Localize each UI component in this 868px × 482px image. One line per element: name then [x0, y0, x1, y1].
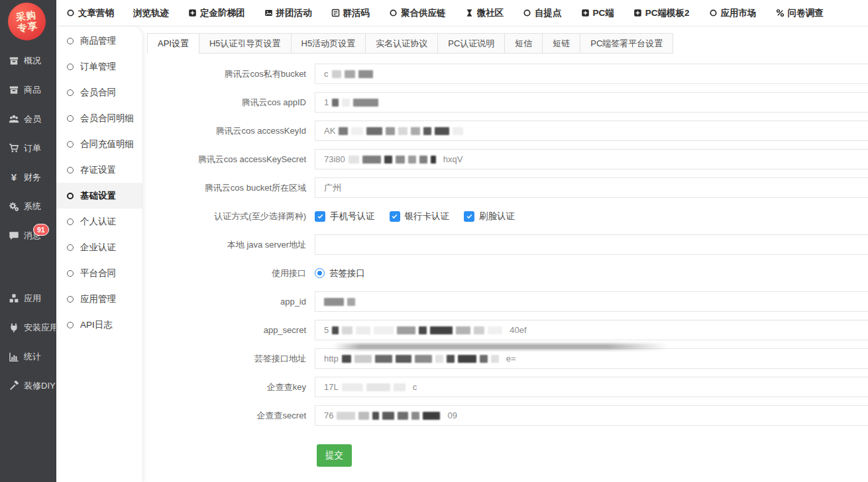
tab-H5认证引导页设置[interactable]: H5认证引导页设置 [199, 33, 292, 54]
topnav-item-群活码[interactable]: 群活码 [331, 7, 370, 19]
topnav-item-问卷调查[interactable]: 问卷调查 [776, 7, 824, 19]
topnav-item-自提点[interactable]: 自提点 [523, 7, 562, 19]
form-row-cos_private_bucket: 腾讯云cos私有bucketc [143, 64, 868, 84]
tab-API设置[interactable]: API设置 [147, 33, 199, 54]
cos_bucket_region-input[interactable]: 广州 [315, 177, 868, 198]
submenu-item-应用管理[interactable]: 应用管理 [56, 286, 142, 312]
sidebar-item-消息[interactable]: 消息91 [0, 221, 56, 250]
value-prefix: 1 [324, 97, 329, 107]
topnav-item-PC端模板2[interactable]: PC端模板2 [633, 7, 690, 19]
submit-button[interactable]: 提交 [317, 444, 352, 467]
topnav-item-label: 拼团活动 [276, 7, 312, 19]
cos_access_key_id-input[interactable]: AK [315, 120, 868, 141]
form-row-auth_methods: 认证方式(至少选择两种)手机号认证银行卡认证刷脸认证 [143, 206, 868, 226]
form-control-cos_bucket_region: 广州 [315, 177, 868, 198]
submenu-item-商品管理[interactable]: 商品管理 [56, 28, 142, 54]
form-label-auth_methods: 认证方式(至少选择两种) [143, 211, 315, 222]
sidebar-item-会员[interactable]: 会员 [0, 105, 56, 134]
form-label-qcc_key: 企查查key [143, 381, 315, 393]
tab-短信[interactable]: 短信 [504, 33, 543, 54]
value-suffix: hxqV [443, 154, 463, 164]
submenu-item-API日志[interactable]: API日志 [56, 312, 142, 338]
tab-bar: API设置H5认证引导页设置H5活动页设置实名认证协议PC认证说明短信短链PC端… [147, 33, 868, 54]
qcc_secret-input[interactable]: 7609 [315, 405, 868, 426]
submenu-item-合同充值明细[interactable]: 合同充值明细 [56, 131, 142, 157]
form-row-cos_access_key_secret: 腾讯云cos accessKeySecret73i80hxqV [143, 149, 868, 169]
app_secret-input[interactable]: 540ef [315, 320, 868, 340]
redacted-value-block [351, 127, 363, 135]
checkbox-刷脸认证[interactable]: 刷脸认证 [464, 211, 515, 222]
circle-icon [67, 167, 74, 173]
tab-实名认证协议[interactable]: 实名认证协议 [365, 33, 438, 54]
plus-square-icon [633, 9, 642, 17]
cos_private_bucket-input[interactable]: c [315, 64, 868, 84]
redacted-value-block [347, 298, 355, 306]
topnav-item-label: 浏览轨迹 [133, 7, 169, 19]
value-prefix: 5 [324, 325, 329, 335]
topnav-item-定金阶梯团[interactable]: 定金阶梯团 [188, 7, 245, 19]
radio-selected-icon[interactable] [315, 268, 325, 278]
yunsign_api_url-input[interactable]: httpe= [315, 348, 868, 369]
radio-芸签接口[interactable]: 芸签接口 [315, 267, 365, 279]
topnav-item-聚合供应链[interactable]: 聚合供应链 [389, 7, 446, 19]
cos_access_key_secret-input[interactable]: 73i80hxqV [315, 149, 868, 169]
svg-text:¥: ¥ [11, 172, 17, 183]
sidebar-item-概况[interactable]: 概况 [0, 46, 56, 75]
redacted-value-block [456, 326, 470, 334]
form-label-cos_access_key_secret: 腾讯云cos accessKeySecret [143, 154, 315, 166]
form-label-cos_app_id: 腾讯云cos appID [143, 97, 315, 109]
redacted-value-block [480, 355, 488, 363]
sidebar-item-装修DIY[interactable]: 装修DIY [0, 371, 56, 401]
checkbox-checked-icon[interactable] [464, 211, 474, 222]
sidebar-item-系统[interactable]: 系统 [0, 192, 56, 221]
cos_app_id-input[interactable]: 1 [315, 92, 868, 113]
tab-短链[interactable]: 短链 [542, 33, 580, 54]
tab-PC端签署平台设置[interactable]: PC端签署平台设置 [580, 33, 673, 54]
checkbox-checked-icon[interactable] [390, 211, 400, 222]
submenu-item-label: 基础设置 [80, 190, 116, 202]
submenu-item-存证设置[interactable]: 存证设置 [56, 157, 142, 183]
sidebar-item-财务[interactable]: ¥财务 [0, 163, 56, 192]
submenu-item-订单管理[interactable]: 订单管理 [56, 54, 142, 79]
submenu-item-企业认证[interactable]: 企业认证 [56, 234, 142, 260]
app_id-input[interactable] [315, 291, 868, 312]
topnav-item-拼团活动[interactable]: 拼团活动 [264, 7, 312, 19]
submenu-item-会员合同[interactable]: 会员合同 [56, 79, 142, 105]
sidebar-item-label: 应用 [24, 293, 41, 305]
redacted-value-block [356, 326, 370, 334]
form-control-yunsign_api_url: httpe= [315, 348, 868, 369]
sidebar-item-安装应用[interactable]: 安装应用 [0, 313, 56, 342]
qcc_key-input[interactable]: 17Lc [315, 377, 868, 397]
plug-icon [9, 322, 19, 333]
tab-H5活动页设置[interactable]: H5活动页设置 [291, 33, 366, 54]
redacted-value-block [384, 156, 392, 164]
topnav-item-应用市场[interactable]: 应用市场 [709, 7, 757, 19]
main-content: API设置H5认证引导页设置H5活动页设置实名认证协议PC认证说明短信短链PC端… [143, 26, 868, 482]
app-logo[interactable]: 采购 专享 [5, 0, 48, 42]
submenu-item-基础设置[interactable]: 基础设置 [56, 183, 142, 209]
cos_bucket_region-value: 广州 [324, 182, 341, 194]
form-label-app_id: app_id [143, 297, 315, 307]
tab-PC认证说明[interactable]: PC认证说明 [437, 33, 505, 54]
submenu-item-label: 会员合同明细 [80, 113, 134, 124]
sidebar-item-商品[interactable]: 商品 [0, 75, 56, 105]
form-label-cos_bucket_region: 腾讯云cos bucket所在区域 [143, 182, 315, 194]
submenu-item-平台合同[interactable]: 平台合同 [56, 260, 142, 286]
submenu-item-个人认证[interactable]: 个人认证 [56, 209, 142, 234]
radio-label: 芸签接口 [329, 267, 365, 279]
sidebar-item-应用[interactable]: 应用 [0, 284, 56, 313]
topnav-item-PC端[interactable]: PC端 [581, 7, 614, 19]
topnav-item-微社区[interactable]: 微社区 [465, 7, 504, 19]
checkbox-checked-icon[interactable] [315, 211, 325, 222]
use_interface-group: 芸签接口 [315, 267, 380, 279]
checkbox-手机号认证[interactable]: 手机号认证 [315, 211, 375, 222]
sidebar-item-订单[interactable]: 订单 [0, 134, 56, 163]
topnav-item-浏览轨迹[interactable]: 浏览轨迹 [133, 7, 169, 19]
redacted-value-block [342, 383, 363, 391]
topnav-item-文章营销[interactable]: 文章营销 [66, 7, 114, 19]
local_java_server-input[interactable] [315, 234, 868, 255]
sidebar-item-统计[interactable]: 统计 [0, 342, 56, 371]
topnav-item-label: 自提点 [535, 7, 562, 19]
checkbox-银行卡认证[interactable]: 银行卡认证 [390, 211, 450, 222]
submenu-item-会员合同明细[interactable]: 会员合同明细 [56, 105, 142, 131]
